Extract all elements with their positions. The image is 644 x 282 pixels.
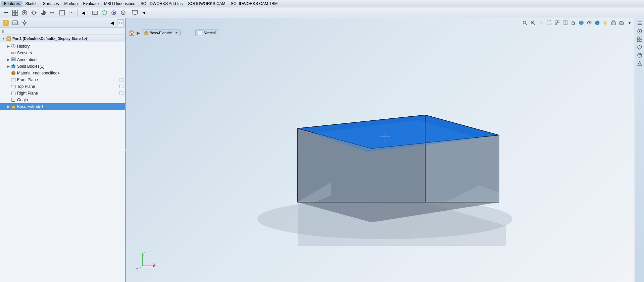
view-orient-btn[interactable] (553, 19, 561, 26)
toolbar-btn-5[interactable] (39, 8, 48, 17)
boss-extrude1-icon (11, 104, 16, 109)
view-section-btn[interactable] (561, 19, 569, 26)
right-icon-3[interactable] (636, 36, 643, 43)
arrow-icon (50, 10, 56, 16)
tree-item-boss-extrude1[interactable]: ▶ Boss-Extrude1 (0, 103, 125, 110)
toolbar-btn-10[interactable] (100, 8, 109, 17)
view-dropdown[interactable]: ▼ (626, 19, 633, 26)
ft-collapse-btn[interactable]: ◀ (108, 18, 116, 27)
viewport[interactable]: ↔ (126, 18, 644, 282)
view-scene-btn[interactable] (610, 19, 617, 26)
toolbar-dropdown[interactable]: ▼ (140, 8, 149, 17)
tree-item-sensors[interactable]: ▶ Sensors (0, 50, 125, 56)
ft-btn-2[interactable] (11, 18, 19, 27)
menu-features[interactable]: Features (1, 1, 22, 7)
svg-rect-61 (12, 107, 14, 108)
sensors-icon (11, 50, 16, 56)
top-plane-label: Top Plane (17, 84, 35, 89)
top-plane-controls (119, 84, 124, 90)
tree-item-right-plane[interactable]: ▶ Right Plane (0, 90, 125, 97)
history-expand[interactable]: ▶ (6, 44, 11, 49)
right-side-panel (635, 18, 644, 282)
tree-item-top-plane[interactable]: ▶ Top Plane (0, 83, 125, 90)
svg-line-40 (13, 46, 14, 47)
ft-btn-1[interactable]: F (1, 18, 10, 27)
menu-mbd[interactable]: MBD Dimensions (101, 1, 138, 7)
tree-item-front-plane[interactable]: ▶ Front Plane (0, 76, 125, 83)
toolbar-btn-7[interactable] (58, 8, 66, 17)
tree-item-history[interactable]: ▶ History (0, 43, 125, 50)
svg-rect-73 (563, 21, 565, 25)
right-plane-eye-icon[interactable] (119, 91, 124, 95)
toolbar-btn-12[interactable] (119, 8, 128, 17)
right-icon-6[interactable] (636, 60, 643, 67)
menu-evaluate[interactable]: Evaluate (80, 1, 101, 7)
plane-eye-icon[interactable] (119, 77, 124, 82)
toolbar-btn-1[interactable]: ⭢ (1, 8, 10, 17)
part-header[interactable]: ▼ P Part1 (Default<<Default>_Display Sta… (0, 35, 125, 42)
view-zoom-btn[interactable] (529, 19, 537, 26)
menu-markup[interactable]: Markup (61, 1, 80, 7)
toolbar-btn-9[interactable] (91, 8, 99, 17)
toolbar-btn-3[interactable] (20, 8, 29, 17)
menu-sketch[interactable]: Sketch (22, 1, 40, 7)
toolbar-separator-2 (89, 9, 89, 16)
toolbar-btn-6[interactable] (48, 8, 57, 17)
svg-line-126 (138, 266, 143, 269)
solid-bodies-expand[interactable]: ▶ (6, 64, 11, 69)
part-label: Part1 (Default<<Default>_Display State 1… (12, 37, 87, 41)
view-view-btn[interactable] (569, 19, 577, 26)
right-icon-5[interactable] (636, 52, 643, 59)
section-icon (563, 20, 567, 25)
menu-addins[interactable]: SOLIDWORKS Add-Ins (138, 1, 185, 7)
ft-btn-3[interactable] (20, 18, 29, 27)
tree-item-solid-bodies[interactable]: ▶ Solid Bodies(1) (0, 63, 125, 70)
menu-cam-tbm[interactable]: SOLIDWORKS CAM TBM (228, 1, 281, 7)
top-plane-eye-icon[interactable] (119, 84, 124, 89)
annotations-expand[interactable]: ▶ (6, 57, 11, 62)
svg-rect-1 (15, 10, 18, 12)
view-lighting-btn[interactable] (602, 19, 609, 26)
menu-surfaces[interactable]: Surfaces (40, 1, 61, 7)
toolbar-btn-2[interactable] (11, 8, 19, 17)
view-box-select-btn[interactable] (545, 19, 553, 26)
toolbar-btn-11[interactable] (109, 8, 118, 17)
part-expand-icon[interactable]: ▼ (1, 36, 6, 41)
filter-bar: ⧖ (0, 27, 125, 35)
right-icon-4[interactable] (636, 44, 643, 51)
svg-line-63 (526, 24, 527, 25)
toolbar-btn-8[interactable]: ⋯ (67, 8, 76, 17)
view-cameras-btn[interactable] (618, 19, 625, 26)
monitor-icon (132, 10, 138, 16)
axes-svg: Z X Y (136, 251, 156, 271)
view-cube-icon (571, 20, 576, 25)
right-icon-2[interactable] (636, 27, 643, 35)
toolbar-btn-monitor[interactable] (131, 8, 139, 17)
menu-cam[interactable]: SOLIDWORKS CAM (185, 1, 228, 7)
plane-controls (119, 77, 124, 82)
right-panel-icon-2 (637, 29, 642, 34)
tree-item-annotations[interactable]: ▶ Annotations (0, 56, 125, 63)
view-pan-btn[interactable]: ↔ (537, 19, 545, 26)
svg-text:Y: Y (136, 268, 138, 271)
toolbar-btn-4[interactable] (30, 8, 38, 17)
box-select-icon (547, 20, 551, 25)
view-hide-btn[interactable] (586, 19, 593, 26)
view-edit-appearance-btn[interactable] (594, 19, 601, 26)
tree-item-material[interactable]: ▶ Material <not specified> (0, 70, 125, 76)
right-panel-icon-3 (637, 37, 642, 42)
right-icon-1[interactable] (636, 19, 643, 27)
svg-marker-137 (638, 45, 642, 49)
coordinate-axes: Z X Y (136, 251, 156, 272)
tree-item-origin[interactable]: ▶ Origin (0, 97, 125, 103)
boss-extrude1-expand[interactable]: ▶ (6, 104, 11, 109)
svg-rect-2 (12, 13, 15, 15)
view-display-btn[interactable] (578, 19, 585, 26)
svg-point-48 (12, 71, 15, 75)
toolbar-btn-nav-left[interactable]: ◀ (79, 8, 88, 17)
annotations-label: Annotations (17, 57, 38, 62)
toolbar-separator-3 (129, 9, 129, 16)
ft-resize-handle[interactable]: □ (117, 19, 124, 26)
view-search-btn[interactable] (521, 19, 529, 26)
part-icon: P (6, 36, 11, 41)
